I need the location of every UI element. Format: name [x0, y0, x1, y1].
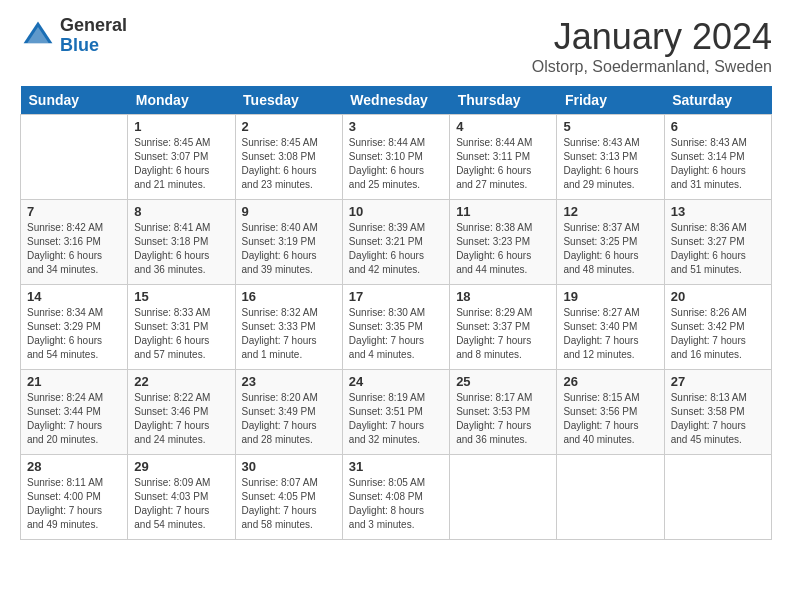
day-info: Sunrise: 8:33 AM Sunset: 3:31 PM Dayligh… — [134, 306, 228, 362]
logo-icon — [20, 18, 56, 54]
calendar-cell: 22Sunrise: 8:22 AM Sunset: 3:46 PM Dayli… — [128, 370, 235, 455]
day-info: Sunrise: 8:45 AM Sunset: 3:08 PM Dayligh… — [242, 136, 336, 192]
logo-text: General Blue — [60, 16, 127, 56]
day-number: 30 — [242, 459, 336, 474]
day-number: 31 — [349, 459, 443, 474]
day-info: Sunrise: 8:44 AM Sunset: 3:10 PM Dayligh… — [349, 136, 443, 192]
day-info: Sunrise: 8:43 AM Sunset: 3:14 PM Dayligh… — [671, 136, 765, 192]
calendar-cell: 31Sunrise: 8:05 AM Sunset: 4:08 PM Dayli… — [342, 455, 449, 540]
calendar-cell: 9Sunrise: 8:40 AM Sunset: 3:19 PM Daylig… — [235, 200, 342, 285]
calendar-cell: 7Sunrise: 8:42 AM Sunset: 3:16 PM Daylig… — [21, 200, 128, 285]
day-header-saturday: Saturday — [664, 86, 771, 115]
calendar-cell: 15Sunrise: 8:33 AM Sunset: 3:31 PM Dayli… — [128, 285, 235, 370]
day-info: Sunrise: 8:41 AM Sunset: 3:18 PM Dayligh… — [134, 221, 228, 277]
day-info: Sunrise: 8:43 AM Sunset: 3:13 PM Dayligh… — [563, 136, 657, 192]
calendar-cell: 19Sunrise: 8:27 AM Sunset: 3:40 PM Dayli… — [557, 285, 664, 370]
logo-general-text: General — [60, 16, 127, 36]
day-number: 12 — [563, 204, 657, 219]
title-area: January 2024 Olstorp, Soedermanland, Swe… — [532, 16, 772, 76]
logo-blue-text: Blue — [60, 36, 127, 56]
calendar-cell: 11Sunrise: 8:38 AM Sunset: 3:23 PM Dayli… — [450, 200, 557, 285]
calendar-cell: 29Sunrise: 8:09 AM Sunset: 4:03 PM Dayli… — [128, 455, 235, 540]
main-container: General Blue January 2024 Olstorp, Soede… — [0, 0, 792, 550]
calendar-cell: 30Sunrise: 8:07 AM Sunset: 4:05 PM Dayli… — [235, 455, 342, 540]
day-number: 20 — [671, 289, 765, 304]
day-number: 5 — [563, 119, 657, 134]
day-info: Sunrise: 8:05 AM Sunset: 4:08 PM Dayligh… — [349, 476, 443, 532]
week-row-2: 7Sunrise: 8:42 AM Sunset: 3:16 PM Daylig… — [21, 200, 772, 285]
day-number: 3 — [349, 119, 443, 134]
day-number: 16 — [242, 289, 336, 304]
day-info: Sunrise: 8:45 AM Sunset: 3:07 PM Dayligh… — [134, 136, 228, 192]
calendar-cell: 17Sunrise: 8:30 AM Sunset: 3:35 PM Dayli… — [342, 285, 449, 370]
day-info: Sunrise: 8:26 AM Sunset: 3:42 PM Dayligh… — [671, 306, 765, 362]
calendar-cell: 26Sunrise: 8:15 AM Sunset: 3:56 PM Dayli… — [557, 370, 664, 455]
day-number: 2 — [242, 119, 336, 134]
day-info: Sunrise: 8:29 AM Sunset: 3:37 PM Dayligh… — [456, 306, 550, 362]
day-info: Sunrise: 8:36 AM Sunset: 3:27 PM Dayligh… — [671, 221, 765, 277]
day-number: 19 — [563, 289, 657, 304]
calendar-cell — [664, 455, 771, 540]
calendar-cell — [450, 455, 557, 540]
calendar-cell: 14Sunrise: 8:34 AM Sunset: 3:29 PM Dayli… — [21, 285, 128, 370]
calendar-cell: 23Sunrise: 8:20 AM Sunset: 3:49 PM Dayli… — [235, 370, 342, 455]
day-number: 21 — [27, 374, 121, 389]
day-info: Sunrise: 8:09 AM Sunset: 4:03 PM Dayligh… — [134, 476, 228, 532]
day-number: 8 — [134, 204, 228, 219]
day-info: Sunrise: 8:19 AM Sunset: 3:51 PM Dayligh… — [349, 391, 443, 447]
day-info: Sunrise: 8:13 AM Sunset: 3:58 PM Dayligh… — [671, 391, 765, 447]
day-number: 29 — [134, 459, 228, 474]
calendar-cell — [21, 115, 128, 200]
calendar-cell: 10Sunrise: 8:39 AM Sunset: 3:21 PM Dayli… — [342, 200, 449, 285]
calendar-cell — [557, 455, 664, 540]
day-number: 17 — [349, 289, 443, 304]
day-info: Sunrise: 8:20 AM Sunset: 3:49 PM Dayligh… — [242, 391, 336, 447]
calendar-cell: 28Sunrise: 8:11 AM Sunset: 4:00 PM Dayli… — [21, 455, 128, 540]
day-info: Sunrise: 8:44 AM Sunset: 3:11 PM Dayligh… — [456, 136, 550, 192]
day-header-sunday: Sunday — [21, 86, 128, 115]
week-row-3: 14Sunrise: 8:34 AM Sunset: 3:29 PM Dayli… — [21, 285, 772, 370]
calendar-cell: 6Sunrise: 8:43 AM Sunset: 3:14 PM Daylig… — [664, 115, 771, 200]
day-number: 4 — [456, 119, 550, 134]
calendar-cell: 25Sunrise: 8:17 AM Sunset: 3:53 PM Dayli… — [450, 370, 557, 455]
calendar-cell: 2Sunrise: 8:45 AM Sunset: 3:08 PM Daylig… — [235, 115, 342, 200]
day-header-tuesday: Tuesday — [235, 86, 342, 115]
month-title: January 2024 — [532, 16, 772, 58]
day-number: 7 — [27, 204, 121, 219]
calendar-cell: 24Sunrise: 8:19 AM Sunset: 3:51 PM Dayli… — [342, 370, 449, 455]
calendar-cell: 4Sunrise: 8:44 AM Sunset: 3:11 PM Daylig… — [450, 115, 557, 200]
week-row-1: 1Sunrise: 8:45 AM Sunset: 3:07 PM Daylig… — [21, 115, 772, 200]
day-info: Sunrise: 8:32 AM Sunset: 3:33 PM Dayligh… — [242, 306, 336, 362]
day-number: 26 — [563, 374, 657, 389]
calendar-cell: 27Sunrise: 8:13 AM Sunset: 3:58 PM Dayli… — [664, 370, 771, 455]
calendar-cell: 3Sunrise: 8:44 AM Sunset: 3:10 PM Daylig… — [342, 115, 449, 200]
calendar-table: SundayMondayTuesdayWednesdayThursdayFrid… — [20, 86, 772, 540]
day-info: Sunrise: 8:22 AM Sunset: 3:46 PM Dayligh… — [134, 391, 228, 447]
day-info: Sunrise: 8:15 AM Sunset: 3:56 PM Dayligh… — [563, 391, 657, 447]
calendar-cell: 12Sunrise: 8:37 AM Sunset: 3:25 PM Dayli… — [557, 200, 664, 285]
day-number: 14 — [27, 289, 121, 304]
calendar-cell: 20Sunrise: 8:26 AM Sunset: 3:42 PM Dayli… — [664, 285, 771, 370]
calendar-cell: 1Sunrise: 8:45 AM Sunset: 3:07 PM Daylig… — [128, 115, 235, 200]
day-number: 10 — [349, 204, 443, 219]
calendar-cell: 8Sunrise: 8:41 AM Sunset: 3:18 PM Daylig… — [128, 200, 235, 285]
day-info: Sunrise: 8:37 AM Sunset: 3:25 PM Dayligh… — [563, 221, 657, 277]
day-header-friday: Friday — [557, 86, 664, 115]
day-header-thursday: Thursday — [450, 86, 557, 115]
day-number: 27 — [671, 374, 765, 389]
day-number: 6 — [671, 119, 765, 134]
day-info: Sunrise: 8:24 AM Sunset: 3:44 PM Dayligh… — [27, 391, 121, 447]
day-info: Sunrise: 8:27 AM Sunset: 3:40 PM Dayligh… — [563, 306, 657, 362]
day-number: 15 — [134, 289, 228, 304]
day-number: 28 — [27, 459, 121, 474]
location: Olstorp, Soedermanland, Sweden — [532, 58, 772, 76]
calendar-cell: 16Sunrise: 8:32 AM Sunset: 3:33 PM Dayli… — [235, 285, 342, 370]
week-row-4: 21Sunrise: 8:24 AM Sunset: 3:44 PM Dayli… — [21, 370, 772, 455]
day-info: Sunrise: 8:38 AM Sunset: 3:23 PM Dayligh… — [456, 221, 550, 277]
day-info: Sunrise: 8:07 AM Sunset: 4:05 PM Dayligh… — [242, 476, 336, 532]
calendar-cell: 18Sunrise: 8:29 AM Sunset: 3:37 PM Dayli… — [450, 285, 557, 370]
day-number: 18 — [456, 289, 550, 304]
day-number: 11 — [456, 204, 550, 219]
day-number: 23 — [242, 374, 336, 389]
day-number: 24 — [349, 374, 443, 389]
